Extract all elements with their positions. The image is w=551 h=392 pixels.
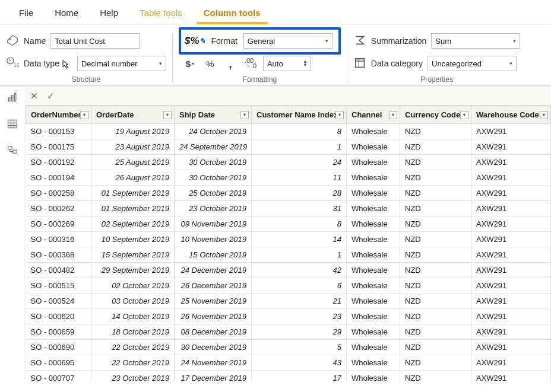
table-cell: AXW291 bbox=[471, 324, 551, 340]
table-cell: 30 December 2019 bbox=[175, 340, 252, 355]
view-rail bbox=[0, 87, 26, 381]
table-cell: AXW291 bbox=[471, 232, 551, 247]
table-row[interactable]: SO - 00048229 September 201924 December … bbox=[26, 263, 551, 278]
table-cell: 11 bbox=[252, 170, 347, 186]
table-row[interactable]: SO - 00070723 October 201917 December 20… bbox=[26, 371, 551, 382]
column-header-label: Customer Name Index bbox=[256, 110, 338, 119]
column-header[interactable]: Channel▾ bbox=[347, 106, 400, 124]
menu-home[interactable]: Home bbox=[44, 3, 89, 24]
column-header[interactable]: Ship Date▾ bbox=[175, 106, 252, 124]
table-cell: 31 bbox=[252, 201, 347, 216]
model-view-icon[interactable] bbox=[7, 145, 18, 158]
filter-icon[interactable]: ▾ bbox=[163, 111, 172, 119]
table-row[interactable]: SO - 00026902 September 201909 November … bbox=[26, 216, 551, 232]
column-header[interactable]: Warehouse Code▾ bbox=[471, 106, 551, 124]
table-row[interactable]: SO - 00031610 September 201910 November … bbox=[26, 232, 551, 247]
table-cell: 30 October 2019 bbox=[175, 170, 252, 186]
table-cell: 10 November 2019 bbox=[175, 232, 252, 247]
table-cell: 17 bbox=[252, 371, 347, 382]
filter-icon[interactable]: ▾ bbox=[540, 111, 548, 119]
table-cell: 17 December 2019 bbox=[175, 371, 252, 382]
summarization-select[interactable]: Sum▾ bbox=[431, 33, 520, 49]
group-label-properties: Properties bbox=[420, 75, 453, 84]
table-row[interactable]: SO - 00019225 August 201930 October 2019… bbox=[26, 155, 551, 170]
svg-rect-15 bbox=[8, 146, 12, 149]
table-cell: 03 October 2019 bbox=[91, 294, 175, 309]
table-cell: 29 September 2019 bbox=[91, 263, 175, 278]
chevron-down-icon: ▾ bbox=[159, 60, 162, 66]
table-cell: 09 November 2019 bbox=[175, 216, 252, 232]
table-row[interactable]: SO - 00069022 October 201930 December 20… bbox=[26, 340, 551, 355]
group-label-formatting: Formatting bbox=[243, 75, 277, 84]
table-cell: 26 November 2019 bbox=[175, 309, 252, 324]
menu-column-tools[interactable]: Column tools bbox=[193, 3, 271, 24]
column-header-label: OrderNumber bbox=[31, 110, 81, 119]
table-row[interactable]: SO - 00065918 October 201908 December 20… bbox=[26, 324, 551, 340]
name-input[interactable]: Total Unit Cost bbox=[50, 33, 140, 49]
column-header[interactable]: OrderNumber▾ bbox=[26, 106, 91, 124]
table-cell: SO - 000482 bbox=[26, 263, 91, 278]
table-cell: 10 September 2019 bbox=[91, 232, 175, 247]
cursor-icon bbox=[62, 59, 70, 71]
data-category-select[interactable]: Uncategorized▾ bbox=[428, 56, 517, 71]
table-row[interactable]: SO - 00026201 September 201923 October 2… bbox=[26, 201, 551, 216]
table-cell: NZD bbox=[400, 309, 471, 324]
formula-cancel-button[interactable]: ✕ bbox=[26, 91, 42, 101]
formula-commit-button[interactable]: ✓ bbox=[42, 91, 59, 101]
table-row[interactable]: SO - 00017523 August 201924 September 20… bbox=[26, 139, 551, 155]
filter-icon[interactable]: ▾ bbox=[389, 111, 397, 119]
filter-icon[interactable]: ▾ bbox=[80, 111, 88, 119]
column-header[interactable]: OrderDate▾ bbox=[91, 106, 175, 124]
table-cell: 25 November 2019 bbox=[175, 294, 252, 309]
group-label-structure: Structure bbox=[72, 75, 101, 84]
table-cell: Wholesale bbox=[347, 371, 400, 382]
table-cell: 23 October 2019 bbox=[175, 201, 252, 216]
svg-rect-10 bbox=[8, 120, 17, 128]
table-cell: SO - 000695 bbox=[26, 355, 91, 371]
menu-file[interactable]: File bbox=[8, 3, 44, 24]
currency-button[interactable]: $▾ bbox=[182, 56, 198, 71]
data-view-icon[interactable] bbox=[7, 118, 18, 132]
table-cell: Wholesale bbox=[347, 124, 400, 139]
name-label: Name bbox=[24, 36, 46, 46]
menu-help[interactable]: Help bbox=[89, 3, 129, 24]
decimal-shift-button[interactable]: .00→.0 bbox=[243, 56, 258, 71]
table-cell: 1 bbox=[252, 139, 347, 155]
table-cell: Wholesale bbox=[347, 324, 400, 340]
table-row[interactable]: SO - 00069522 October 201924 November 20… bbox=[26, 355, 551, 371]
table-row[interactable]: SO - 00015319 August 201924 October 2019… bbox=[26, 124, 551, 139]
format-select[interactable]: General▾ bbox=[243, 33, 332, 49]
table-cell: Wholesale bbox=[347, 278, 400, 294]
percent-button[interactable]: % bbox=[202, 56, 218, 71]
table-cell: 26 December 2019 bbox=[175, 278, 252, 294]
menu-table-tools[interactable]: Table tools bbox=[129, 3, 193, 24]
table-row[interactable]: SO - 00025801 September 201925 October 2… bbox=[26, 186, 551, 201]
filter-icon[interactable]: ▾ bbox=[460, 111, 468, 119]
table-row[interactable]: SO - 00019426 August 201930 October 2019… bbox=[26, 170, 551, 186]
column-header[interactable]: Customer Name Index▾ bbox=[252, 106, 347, 124]
table-row[interactable]: SO - 00052403 October 201925 November 20… bbox=[26, 294, 551, 309]
table-cell: 24 October 2019 bbox=[175, 124, 252, 139]
thousands-button[interactable]: , bbox=[223, 56, 238, 71]
decimal-places-input[interactable]: Auto▲▼ bbox=[263, 56, 311, 71]
formula-input[interactable] bbox=[59, 87, 551, 105]
datatype-label: Data type bbox=[24, 59, 59, 68]
datatype-select[interactable]: Decimal number▾ bbox=[77, 56, 166, 71]
data-category-label: Data category bbox=[371, 59, 423, 68]
filter-icon[interactable]: ▾ bbox=[335, 111, 344, 119]
column-header[interactable]: Currency Code▾ bbox=[400, 106, 471, 124]
column-header-label: OrderDate bbox=[96, 110, 134, 119]
table-row[interactable]: SO - 00036815 September 201915 October 2… bbox=[26, 247, 551, 263]
table-row[interactable]: SO - 00062014 October 201926 November 20… bbox=[26, 309, 551, 324]
table-cell: NZD bbox=[400, 371, 471, 382]
ribbon: Name Total Unit Cost 123 Data type Decim… bbox=[0, 26, 551, 85]
report-view-icon[interactable] bbox=[7, 91, 18, 105]
table-cell: 24 December 2019 bbox=[175, 263, 252, 278]
table-cell: Wholesale bbox=[347, 216, 400, 232]
table-cell: AXW291 bbox=[471, 170, 551, 186]
table-cell: SO - 000707 bbox=[26, 371, 91, 382]
filter-icon[interactable]: ▾ bbox=[240, 111, 249, 119]
table-row[interactable]: SO - 00051502 October 201926 December 20… bbox=[26, 278, 551, 294]
table-cell: 01 September 2019 bbox=[91, 201, 175, 216]
table-cell: NZD bbox=[400, 124, 471, 139]
